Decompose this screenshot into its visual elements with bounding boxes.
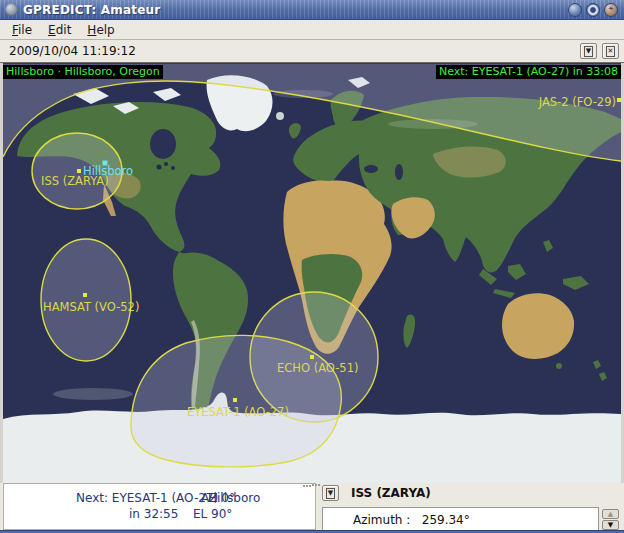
gpredict-window: GPREDICT: Amateur ✳ File Edit Help 2009/…: [0, 0, 624, 533]
menu-edit[interactable]: Edit: [40, 21, 79, 39]
clouds: [53, 388, 133, 400]
datetime-display: 2009/10/04 11:19:12: [5, 44, 136, 58]
eyesat-label[interactable]: EYESAT-1 (AO-27): [187, 405, 289, 419]
jas2-label[interactable]: JAS-2 (FO-29): [538, 95, 616, 109]
pane-grip[interactable]: [303, 485, 311, 490]
detail-row-azimuth: Azimuth : 259.34°: [323, 508, 598, 527]
menu-help[interactable]: Help: [79, 21, 122, 39]
iceland: [276, 112, 284, 120]
close-button[interactable]: ✳: [604, 3, 618, 17]
polar-next-event-line1: Next: EYESAT-1 (AO-27): [76, 491, 218, 505]
title-bar[interactable]: GPREDICT: Amateur ✳: [0, 0, 624, 20]
polar-elevation-readout: EL 90°: [193, 507, 232, 521]
world-map-svg: ISS (ZARYA) Hillsboro HAMSAT (VO-52) ECH…: [3, 64, 621, 483]
hudson-bay: [150, 129, 176, 159]
tasmania: [556, 363, 562, 369]
module-toolbar: 2009/10/04 11:19:12 ▼ ✕: [0, 40, 624, 63]
polar-next-event-line2: in 32:55: [129, 507, 178, 521]
map-row: ISS (ZARYA) Hillsboro HAMSAT (VO-52) ECH…: [0, 63, 624, 483]
world-map-view[interactable]: ISS (ZARYA) Hillsboro HAMSAT (VO-52) ECH…: [3, 63, 621, 483]
jas2-marker[interactable]: [617, 98, 621, 102]
hamsat-label[interactable]: HAMSAT (VO-52): [43, 300, 139, 314]
next-event-header-label: Next: EYESAT-1 (AO-27) in 33:08: [436, 65, 621, 79]
satellite-detail-panel: ▼ ISS (ZARYA) Azimuth : 259.34° ▲ ▼: [320, 483, 621, 530]
station-header-label: Hillsboro · Hillsboro, Oregon: [3, 65, 163, 79]
popup-menu-icon: ▼: [326, 488, 335, 499]
caspian-sea: [395, 164, 403, 180]
close-module-icon: ✕: [606, 46, 616, 57]
black-sea: [364, 165, 378, 173]
echo-marker[interactable]: [310, 355, 314, 359]
detail-scrollbar[interactable]: ▲ ▼: [602, 509, 619, 529]
maximize-button[interactable]: [586, 3, 600, 17]
scroll-down-button[interactable]: ▼: [602, 520, 619, 530]
pane-grip[interactable]: [312, 484, 320, 489]
polar-view-panel[interactable]: Next: EYESAT-1 (AO-27) AZ 0° Hillsboro i…: [3, 483, 316, 530]
module-popup-button[interactable]: ▼: [580, 43, 597, 59]
polar-location-label: Hillsboro: [208, 491, 260, 505]
eyesat-marker[interactable]: [233, 398, 237, 402]
scroll-up-button[interactable]: ▲: [602, 509, 619, 519]
detail-popup-button[interactable]: ▼: [322, 485, 339, 501]
popup-menu-icon: ▼: [584, 46, 593, 57]
close-icon: ✳: [608, 6, 614, 13]
detail-satellite-name: ISS (ZARYA): [351, 486, 431, 500]
window-title: GPREDICT: Amateur: [23, 3, 160, 17]
menu-bar: File Edit Help: [0, 20, 624, 40]
iss-marker[interactable]: [77, 169, 81, 173]
hamsat-marker[interactable]: [83, 293, 87, 297]
bottom-panels: Next: EYESAT-1 (AO-27) AZ 0° Hillsboro i…: [0, 483, 624, 530]
app-icon: [5, 3, 18, 16]
menu-file[interactable]: File: [4, 21, 40, 39]
groundstation-label: Hillsboro: [83, 164, 133, 178]
detail-data-list[interactable]: Azimuth : 259.34°: [322, 507, 599, 530]
module-close-button[interactable]: ✕: [602, 43, 619, 59]
echo-label[interactable]: ECHO (AO-51): [277, 361, 358, 375]
minimize-button[interactable]: [568, 3, 582, 17]
